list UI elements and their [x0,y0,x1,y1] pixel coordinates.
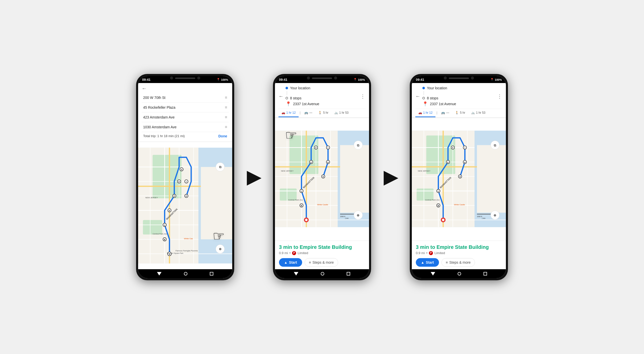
steps-label: Steps & more [312,260,334,264]
reorder-icon-4[interactable]: ≡ [225,125,227,129]
svg-text:B: B [164,239,165,241]
tab-bike[interactable]: 🚲 1 hr 53 [331,109,351,117]
svg-text:C: C [301,190,302,192]
phone1-home-nav[interactable] [184,272,187,276]
phone1-camera-left [170,76,173,80]
svg-text:Central Park Zoo: Central Park Zoo [425,199,440,201]
phone3-start-button[interactable]: ▲ Start [416,258,439,267]
phone1-map: A B C D E F G H I MANHATTAN NEW JERSEY [138,142,232,269]
phone3-cursor: ☞ [505,91,506,103]
phone3-drive-time: 1 hr 12 [423,111,432,114]
phone1-status-icons: 📍 100% [217,78,228,81]
svg-rect-3 [153,155,182,198]
phone-2: 09:41 📍 100% ← Your location [273,74,371,280]
phone3-recents-nav[interactable] [484,272,487,276]
phone3-home-nav[interactable] [458,272,461,276]
phone3-destination-pin: 📍 [422,101,428,107]
phone3-more-options[interactable]: ⋮ [497,94,502,99]
phone3-more-options-area: ⋮ ☞ [497,93,502,99]
phone2-map: B C E F G H I MANHATTAN NEW JERSEY White… [275,117,369,241]
svg-text:B: B [438,205,439,207]
phone3-back-button[interactable]: ← [415,93,420,99]
svg-text:Central Park Zoo: Central Park Zoo [288,199,303,201]
phone3-tab-walk[interactable]: 🚶 5 hr [452,109,468,117]
svg-text:Central Park Zoo: Central Park Zoo [153,233,167,235]
phone2-destination: 📍 2337 1st Avenue [286,101,360,107]
phone3-locations: Your location 8 stops 📍 2337 1st Avenue [422,86,497,107]
drive-time: 1 hr 12 [286,111,296,114]
phone3-back-nav[interactable] [431,272,435,276]
reorder-icon-2[interactable]: ≡ [225,105,227,110]
svg-text:NEW JERSEY: NEW JERSEY [281,170,294,172]
svg-rect-2 [201,167,232,239]
svg-text:⧉: ⧉ [494,143,496,147]
phone3-actions: ▲ Start ≡ Steps & more [416,258,502,267]
phone2-more-options[interactable]: ⋮ [360,93,366,99]
start-label: Start [289,260,297,264]
phone3-location-icon: 📍 [490,78,494,81]
phone2-back-button[interactable]: ← [278,93,284,99]
phone3-tab-bike[interactable]: 🚲 1 hr 53 [468,109,488,117]
trip-total-text: Total trip: 1 hr 18 min (21 mi) [143,134,185,138]
phone2-start-button[interactable]: ▲ Start [279,258,302,267]
phone3-stops-dot [422,97,425,99]
walk-icon: 🚶 [318,111,322,114]
svg-text:I: I [328,147,328,149]
reorder-icon-1[interactable]: ≡ [225,95,227,100]
transit-time: — [309,111,312,114]
destination-pin-icon: 📍 [286,101,291,107]
reorder-icon-3[interactable]: ≡ [225,115,227,120]
svg-point-64 [305,219,308,221]
svg-rect-83 [340,214,355,214]
phone1-location-icon: 📍 [217,78,220,81]
phone1-recents-nav[interactable] [210,272,213,276]
phone3-bike-icon: 🚲 [471,111,475,114]
svg-text:H: H [328,161,329,163]
phone2-back-nav[interactable] [294,272,298,276]
bike-time: 1 hr 53 [339,111,348,114]
phone3-your-location: Your location [422,86,497,91]
phone3-steps-label: Steps & more [449,260,471,264]
svg-rect-127 [477,214,492,214]
phone3-stops: 8 stops [422,96,497,101]
phone1-back-nav[interactable] [157,272,162,276]
tab-transit[interactable]: 🚌 — [301,109,315,117]
phone3-start-label: Start [426,260,434,264]
address-item-2[interactable]: 45 Rockefeller Plaza ≡ [142,103,229,112]
phone2-eta-sub: 0.9 mi • P Limited [279,251,365,255]
tab-walk[interactable]: 🚶 5 hr [315,109,331,117]
tab-drive[interactable]: 🚗 1 hr 12 [278,109,299,117]
address-item-1[interactable]: 200 W 70th St ≡ [142,93,229,103]
phone3-eta-sub: 0.9 mi • P Limited [416,251,502,255]
phone3-destination-text: 2337 1st Avenue [430,102,456,106]
svg-text:White Castle: White Castle [454,204,465,206]
done-button[interactable]: Done [218,134,227,138]
phone2-steps-button[interactable]: ≡ Steps & more [305,258,338,267]
svg-text:G: G [459,176,461,178]
phone3-steps-button[interactable]: ≡ Steps & more [441,258,475,267]
destination-text: 2337 1st Avenue [293,102,319,106]
phone1-back-button[interactable]: ← [142,86,147,91]
phone2-bottom-card: 3 min to Empire State Building 0.9 mi • … [275,241,369,269]
phone3-eta: 3 min to Empire State Building [416,244,502,250]
svg-text:Famous Famiglia Pizzeria: Famous Famiglia Pizzeria [176,250,198,252]
trip-total: Total trip: 1 hr 18 min (21 mi) Done [142,132,229,140]
phone3-tab-transit[interactable]: 🚌 — [438,109,452,117]
phone2-recents-nav[interactable] [347,272,350,276]
svg-text:H: H [186,195,187,197]
phone3-stops-text: 8 stops [427,96,438,100]
svg-text:F: F [179,181,180,182]
phone3-status-icons: 📍 100% [490,78,502,81]
svg-text:1 km: 1 km [345,217,349,219]
address-item-3[interactable]: 423 Amsterdam Ave ≡ [142,112,229,122]
phone3-transit-icon: 🚌 [441,111,445,114]
phone3-camera-right [471,76,474,80]
phone3-steps-icon: ≡ [446,260,448,264]
svg-text:2000 ft: 2000 ft [340,215,345,217]
phone2-home-nav[interactable] [321,272,324,276]
phone3-tab-drive[interactable]: 🚗 1 hr 12 [415,109,435,117]
phone2-nav-header: ← Your location 8 stops 📍 [275,83,369,117]
address-item-4[interactable]: 1030 Amsterdam Ave ≡ [142,122,229,132]
phone2-time: 09:41 [279,78,287,82]
parking-icon: P [292,251,296,255]
